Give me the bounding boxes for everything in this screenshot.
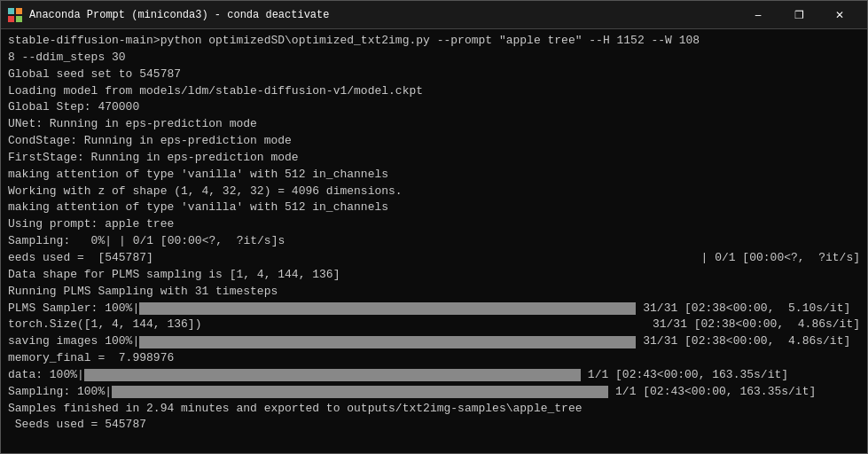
terminal-line: Running PLMS Sampling with 31 timesteps — [8, 284, 860, 301]
line-text: eeds used = [545787] — [8, 250, 153, 267]
close-button[interactable]: ✕ — [819, 1, 860, 29]
terminal-line: Global seed set to 545787 — [8, 67, 860, 83]
window-controls: – ❐ ✕ — [738, 1, 860, 29]
progress-bar — [112, 386, 608, 398]
progress-right-info: 31/31 [02:38<00:00, 4.86s/it] — [653, 317, 860, 333]
terminal-line: Seeds used = 545787 — [8, 417, 860, 434]
line-text: Using prompt: apple tree — [8, 216, 174, 233]
progress-label: PLMS Sampler: 100%| — [8, 301, 139, 317]
progress-right-info: 1/1 [02:43<00:00, 163.35s/it] — [588, 367, 788, 384]
progress-right-info: | 0/1 [00:00<?, ?it/s] — [701, 250, 860, 267]
progress-label: Sampling: 100%| — [8, 384, 112, 401]
svg-rect-1 — [16, 8, 22, 14]
terminal-line: Loading model from models/ldm/stable-dif… — [8, 83, 860, 100]
line-text: stable-diffusion-main>python optimizedSD… — [8, 33, 700, 50]
terminal-line: PLMS Sampler: 100%|31/31 [02:38<00:00, 5… — [8, 301, 860, 317]
line-text: FirstStage: Running in eps-prediction mo… — [8, 150, 299, 167]
window: Anaconda Prompt (miniconda3) - conda dea… — [0, 0, 868, 454]
line-text: Running PLMS Sampling with 31 timesteps — [8, 284, 278, 301]
terminal-line: Working with z of shape (1, 4, 32, 32) =… — [8, 184, 860, 200]
terminal-line: eeds used = [545787]| 0/1 [00:00<?, ?it/… — [8, 250, 860, 267]
terminal-line: CondStage: Running in eps-prediction mod… — [8, 133, 860, 150]
window-title: Anaconda Prompt (miniconda3) - conda dea… — [29, 9, 738, 21]
terminal-line: Data shape for PLMS sampling is [1, 4, 1… — [8, 267, 860, 284]
line-text: Loading model from models/ldm/stable-dif… — [8, 83, 423, 100]
line-text: memory_final = 7.998976 — [8, 350, 174, 367]
terminal-line: 8 --ddim_steps 30 — [8, 50, 860, 67]
line-text: UNet: Running in eps-prediction mode — [8, 116, 257, 133]
line-text: making attention of type 'vanilla' with … — [8, 167, 388, 184]
terminal-line: FirstStage: Running in eps-prediction mo… — [8, 150, 860, 167]
line-text: torch.Size([1, 4, 144, 136]) — [8, 317, 201, 333]
line-text: Samples finished in 2.94 minutes and exp… — [8, 401, 583, 418]
terminal-line: memory_final = 7.998976 — [8, 350, 860, 367]
progress-right-info: 1/1 [02:43<00:00, 163.35s/it] — [615, 384, 816, 401]
terminal-output: stable-diffusion-main>python optimizedSD… — [1, 29, 867, 453]
line-text: making attention of type 'vanilla' with … — [8, 200, 388, 216]
svg-rect-0 — [8, 8, 14, 14]
progress-bar — [139, 302, 636, 315]
terminal-line: Global Step: 470000 — [8, 99, 860, 116]
line-text: Seeds used = 545787 — [8, 417, 146, 434]
titlebar: Anaconda Prompt (miniconda3) - conda dea… — [1, 1, 867, 29]
terminal-line: Using prompt: apple tree — [8, 216, 860, 233]
terminal-line: UNet: Running in eps-prediction mode — [8, 116, 860, 133]
terminal-line: making attention of type 'vanilla' with … — [8, 200, 860, 216]
progress-bar — [139, 336, 636, 348]
progress-right-info: 31/31 [02:38<00:00, 5.10s/it] — [643, 301, 850, 317]
maximize-button[interactable]: ❐ — [778, 1, 819, 29]
terminal-line: Samples finished in 2.94 minutes and exp… — [8, 401, 860, 418]
progress-label: Sampling: 0%| — [8, 233, 112, 250]
terminal-line: torch.Size([1, 4, 144, 136])31/31 [02:38… — [8, 317, 860, 333]
progress-right-info: 31/31 [02:38<00:00, 4.86s/it] — [643, 333, 850, 350]
terminal-line: data: 100%|1/1 [02:43<00:00, 163.35s/it] — [8, 367, 860, 384]
line-text: 8 --ddim_steps 30 — [8, 50, 126, 67]
line-text: Global seed set to 545787 — [8, 67, 181, 83]
terminal-line: Sampling: 100%|1/1 [02:43<00:00, 163.35s… — [8, 384, 860, 401]
line-text: CondStage: Running in eps-prediction mod… — [8, 133, 292, 150]
svg-rect-3 — [16, 16, 22, 22]
line-text: Working with z of shape (1, 4, 32, 32) =… — [8, 184, 403, 200]
progress-label: saving images 100%| — [8, 333, 139, 350]
terminal-line: Sampling: 0%|| 0/1 [00:00<?, ?it/s]s — [8, 233, 860, 250]
minimize-button[interactable]: – — [738, 1, 778, 29]
progress-right-info: | 0/1 [00:00<?, ?it/s]s — [119, 233, 285, 250]
progress-label: data: 100%| — [8, 367, 84, 384]
line-text: Data shape for PLMS sampling is [1, 4, 1… — [8, 267, 340, 284]
terminal-line: stable-diffusion-main>python optimizedSD… — [8, 33, 860, 50]
line-text: Global Step: 470000 — [8, 99, 139, 116]
progress-bar — [84, 369, 581, 381]
svg-rect-2 — [8, 16, 14, 22]
terminal-line: saving images 100%|31/31 [02:38<00:00, 4… — [8, 333, 860, 350]
terminal-line: making attention of type 'vanilla' with … — [8, 167, 860, 184]
app-icon — [8, 8, 22, 22]
